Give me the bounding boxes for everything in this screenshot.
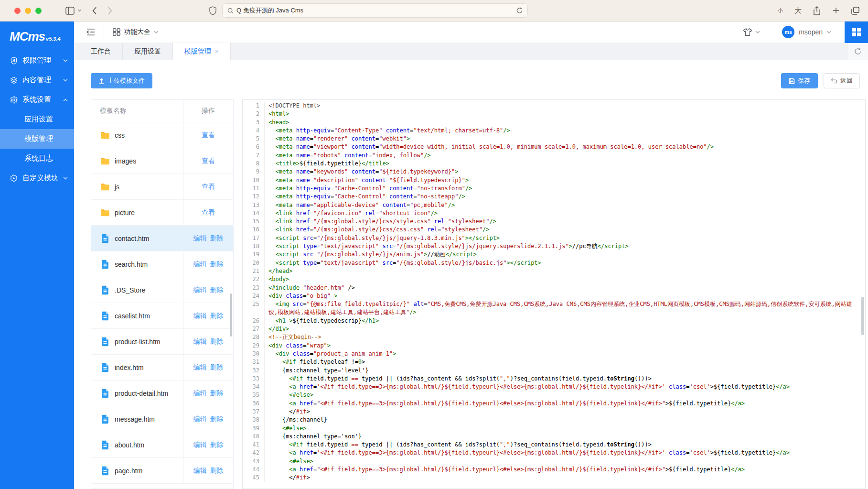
code-text[interactable]: <script src="/{ms:global.style/}js/anim.… — [265, 250, 865, 259]
table-row[interactable]: css查看 — [91, 122, 233, 148]
apps-grid-button[interactable] — [845, 22, 868, 43]
code-text[interactable]: </head> — [265, 267, 865, 275]
forward-icon[interactable] — [107, 7, 112, 15]
delete-link[interactable]: 删除 — [210, 415, 224, 424]
delete-link[interactable]: 删除 — [210, 234, 224, 243]
code-text[interactable]: {ms:channel type='son'} — [265, 433, 865, 441]
code-text[interactable]: <#else> — [265, 391, 865, 399]
upload-template-button[interactable]: 上传模板文件 — [91, 73, 152, 88]
code-text[interactable]: <meta name="description" content="${fiel… — [265, 176, 865, 185]
code-text[interactable]: <head> — [265, 119, 865, 127]
edit-link[interactable]: 编辑 — [193, 337, 207, 346]
code-text[interactable]: {ms:channel type='level'} — [265, 367, 865, 375]
code-text[interactable]: <a href='<#if field.type==3>{ms:global.h… — [265, 383, 865, 391]
theme-switcher[interactable] — [743, 28, 760, 36]
delete-link[interactable]: 删除 — [210, 467, 224, 475]
delete-link[interactable]: 删除 — [210, 337, 224, 346]
table-scrollbar[interactable] — [230, 293, 232, 337]
sidebar-item-content-management[interactable]: 内容管理 — [0, 70, 74, 90]
delete-link[interactable]: 删除 — [210, 389, 224, 398]
close-tab-icon[interactable]: × — [215, 48, 219, 54]
share-icon[interactable] — [813, 6, 821, 15]
delete-link[interactable]: 删除 — [210, 363, 224, 372]
code-text[interactable]: <script type="text/javascript" src="/{ms… — [265, 259, 865, 267]
code-text[interactable]: <#if field.typeleaf !=0> — [265, 358, 865, 366]
view-link[interactable]: 查看 — [202, 157, 215, 165]
code-text[interactable]: <#else> — [265, 457, 865, 466]
text-zoom-in-icon[interactable]: 大 — [794, 6, 802, 15]
tab-app-settings[interactable]: 应用设置 — [123, 43, 173, 60]
table-row[interactable]: index.htm编辑删除 — [91, 355, 233, 380]
view-link[interactable]: 查看 — [202, 131, 215, 140]
fullscreen-window-button[interactable] — [35, 8, 42, 14]
collapse-sidebar-icon[interactable] — [86, 28, 95, 36]
table-row[interactable]: picture查看 — [91, 200, 233, 226]
browser-sidebar-icon[interactable] — [65, 7, 75, 15]
sidebar-item-permissions[interactable]: 权限管理 — [0, 51, 74, 70]
code-text[interactable]: </#if> — [265, 408, 865, 416]
refresh-tab-icon[interactable] — [847, 43, 868, 60]
table-row[interactable]: page.htm编辑删除 — [91, 458, 233, 484]
code-text[interactable]: </div> — [265, 325, 865, 333]
code-text[interactable]: <title>${field.typetitle}</title> — [265, 160, 865, 168]
edit-link[interactable]: 编辑 — [193, 467, 207, 475]
tab-workbench[interactable]: 工作台 — [79, 43, 123, 60]
edit-link[interactable]: 编辑 — [193, 415, 207, 424]
code-text[interactable]: <#if field.typeid == typeid || (ids?has_… — [265, 375, 865, 383]
sidebar-chevron-icon[interactable] — [77, 9, 82, 12]
delete-link[interactable]: 删除 — [210, 260, 224, 269]
code-text[interactable]: <meta name="viewport" content="width=dev… — [265, 143, 865, 151]
code-text[interactable]: <meta name="applicable-device" content="… — [265, 201, 865, 209]
code-text[interactable]: <meta http-equiv="Cache-Control" content… — [265, 193, 865, 201]
table-row[interactable]: product-list.htm编辑删除 — [91, 329, 233, 355]
code-text[interactable]: <a href='<#if field.type==3>{ms:global.h… — [265, 449, 865, 457]
table-row[interactable]: message.htm编辑删除 — [91, 406, 233, 432]
delete-link[interactable]: 删除 — [210, 312, 224, 320]
text-zoom-out-icon[interactable]: 小 — [778, 7, 783, 14]
code-text[interactable]: <!DOCTYPE html> — [265, 102, 865, 110]
delete-link[interactable]: 删除 — [210, 286, 224, 294]
app-menu-button[interactable]: 功能大全 — [113, 28, 159, 36]
code-editor[interactable]: 1<!DOCTYPE html>2<html>3<head>4 <meta ht… — [242, 99, 866, 489]
table-row[interactable]: about.htm编辑删除 — [91, 432, 233, 458]
edit-link[interactable]: 编辑 — [193, 260, 207, 269]
edit-link[interactable]: 编辑 — [193, 312, 207, 320]
tabs-overview-icon[interactable] — [851, 7, 859, 15]
code-text[interactable]: <body> — [265, 275, 865, 283]
code-text[interactable]: </#if> — [265, 474, 865, 482]
code-text[interactable]: <h1 >${field.typedescrip}</h1> — [265, 317, 865, 325]
code-text[interactable]: <link href="/favicon.ico" rel="shortcut … — [265, 209, 865, 217]
code-text[interactable]: {/ms:channel} — [265, 416, 865, 424]
edit-link[interactable]: 编辑 — [193, 389, 207, 398]
code-text[interactable]: <a href="<#if field.type==3>{ms:global.h… — [265, 466, 865, 474]
code-text[interactable]: <div class="product_a anim anim-1"> — [265, 350, 865, 358]
sidebar-subitem-app-settings[interactable]: 应用设置 — [0, 109, 74, 129]
code-text[interactable]: <link href="/{ms:global.style/}css/style… — [265, 217, 865, 226]
new-tab-icon[interactable] — [832, 7, 840, 14]
code-text[interactable]: <!--正文begin--> — [265, 333, 865, 341]
tab-template-management[interactable]: 模版管理× — [173, 43, 231, 60]
minimize-window-button[interactable] — [25, 8, 31, 14]
delete-link[interactable]: 删除 — [210, 441, 224, 449]
back-icon[interactable] — [92, 7, 97, 15]
code-text[interactable]: <script type="text/javascript" src="/{ms… — [265, 242, 865, 250]
code-text[interactable]: <meta name="keywords" content="${field.t… — [265, 168, 865, 176]
code-text[interactable]: <#include "header.htm" /> — [265, 284, 865, 292]
code-text[interactable]: <div class="o_big" > — [265, 292, 865, 300]
code-text[interactable]: <meta name="robots" content="index, foll… — [265, 152, 865, 160]
table-row[interactable]: product-detail.htm编辑删除 — [91, 380, 233, 406]
user-menu[interactable]: ms msopen — [782, 26, 831, 38]
edit-link[interactable]: 编辑 — [193, 286, 207, 294]
table-row[interactable]: caselist.htm编辑删除 — [91, 303, 233, 329]
code-text[interactable]: <div class="wrap"> — [265, 342, 865, 350]
view-link[interactable]: 查看 — [202, 183, 215, 191]
sidebar-subitem-system-logs[interactable]: 系统日志 — [0, 149, 74, 168]
sidebar-item-custom-modules[interactable]: 自定义模块 — [0, 168, 74, 188]
code-text[interactable]: <html> — [265, 110, 865, 118]
sidebar-item-system-settings[interactable]: 系统设置 — [0, 90, 74, 109]
view-link[interactable]: 查看 — [202, 208, 215, 217]
back-button[interactable]: 返回 — [824, 73, 860, 88]
edit-link[interactable]: 编辑 — [193, 234, 207, 243]
table-row[interactable]: js查看 — [91, 174, 233, 200]
table-row[interactable]: contact.htm编辑删除 — [91, 226, 233, 251]
